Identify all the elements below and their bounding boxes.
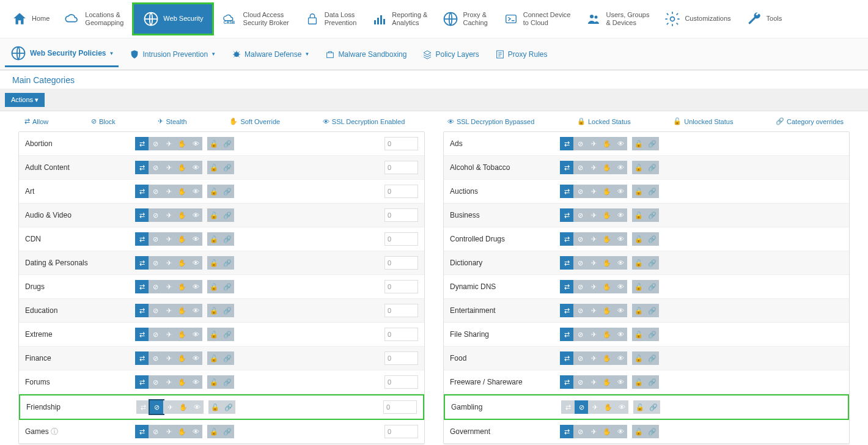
ssl-button[interactable]: 👁 (614, 425, 627, 438)
stealth-button[interactable]: ✈ (163, 400, 177, 414)
nav-users,[interactable]: Users, Groups& Devices (579, 7, 655, 31)
block-button[interactable]: ⊘ (149, 232, 162, 246)
override-button[interactable]: 🔗 (221, 280, 234, 293)
block-button[interactable]: ⊘ (573, 375, 587, 389)
ssl-button[interactable]: 👁 (189, 208, 202, 222)
ssl-button[interactable]: 👁 (614, 256, 627, 270)
block-button[interactable]: ⊘ (573, 161, 587, 174)
ssl-button[interactable]: 👁 (614, 328, 627, 341)
soft-override-button[interactable]: ✋ (600, 185, 614, 198)
subnav-malware-defense[interactable]: Malware Defense▼ (227, 46, 314, 63)
nav-tools[interactable]: Tools (740, 7, 789, 31)
unlock-button[interactable]: 🔓 (207, 232, 221, 246)
stealth-button[interactable]: ✈ (587, 208, 600, 222)
override-button[interactable]: 🔗 (221, 328, 234, 341)
ssl-button[interactable]: 👁 (614, 304, 627, 317)
unlock-button[interactable]: 🔓 (632, 304, 645, 317)
stealth-button[interactable]: ✈ (162, 425, 175, 438)
stealth-button[interactable]: ✈ (587, 161, 600, 174)
category-count-input[interactable] (384, 328, 418, 341)
stealth-button[interactable]: ✈ (162, 375, 175, 389)
unlock-button[interactable]: 🔓 (207, 161, 221, 174)
override-button[interactable]: 🔗 (221, 185, 234, 198)
stealth-button[interactable]: ✈ (162, 328, 175, 341)
stealth-button[interactable]: ✈ (162, 161, 175, 174)
block-button[interactable]: ⊘ (575, 400, 588, 414)
stealth-button[interactable]: ✈ (587, 304, 600, 317)
override-button[interactable]: 🔗 (645, 232, 659, 246)
ssl-button[interactable]: 👁 (189, 425, 202, 438)
allow-button[interactable]: ⇄ (560, 304, 573, 317)
category-count-input[interactable] (384, 208, 418, 222)
ssl-button[interactable]: 👁 (189, 375, 202, 389)
override-button[interactable]: 🔗 (645, 351, 659, 365)
info-icon[interactable]: ⓘ (51, 427, 58, 436)
category-count-input[interactable] (384, 280, 418, 293)
allow-button[interactable]: ⇄ (135, 256, 149, 270)
allow-button[interactable]: ⇄ (135, 208, 149, 222)
ssl-button[interactable]: 👁 (614, 232, 627, 246)
stealth-button[interactable]: ✈ (587, 256, 600, 270)
unlock-button[interactable]: 🔓 (207, 208, 221, 222)
block-button[interactable]: ⊘ (149, 256, 162, 270)
stealth-button[interactable]: ✈ (587, 280, 600, 293)
soft-override-button[interactable]: ✋ (175, 256, 189, 270)
ssl-button[interactable]: 👁 (189, 304, 202, 317)
allow-button[interactable]: ⇄ (135, 232, 149, 246)
stealth-button[interactable]: ✈ (587, 375, 600, 389)
block-button[interactable]: ⊘ (149, 375, 162, 389)
stealth-button[interactable]: ✈ (162, 137, 175, 150)
allow-button[interactable]: ⇄ (135, 328, 149, 341)
unlock-button[interactable]: 🔓 (207, 425, 221, 438)
unlock-button[interactable]: 🔓 (632, 280, 645, 293)
allow-button[interactable]: ⇄ (135, 375, 149, 389)
unlock-button[interactable]: 🔓 (632, 161, 645, 174)
override-button[interactable]: 🔗 (221, 425, 234, 438)
override-button[interactable]: 🔗 (645, 375, 659, 389)
nav-data[interactable]: Data LossPrevention (298, 7, 363, 31)
subnav-malware-sandboxing[interactable]: Malware Sandboxing (320, 46, 411, 63)
override-button[interactable]: 🔗 (645, 161, 659, 174)
soft-override-button[interactable]: ✋ (600, 161, 614, 174)
override-button[interactable]: 🔗 (645, 280, 659, 293)
nav-reporting[interactable]: Reporting &Analytics (365, 7, 433, 31)
unlock-button[interactable]: 🔓 (632, 256, 645, 270)
soft-override-button[interactable]: ✋ (175, 161, 189, 174)
category-count-input[interactable] (384, 425, 418, 438)
block-button[interactable]: ⊘ (149, 304, 162, 317)
ssl-button[interactable]: 👁 (614, 375, 627, 389)
unlock-button[interactable]: 🔓 (207, 375, 221, 389)
override-button[interactable]: 🔗 (645, 185, 659, 198)
ssl-button[interactable]: 👁 (614, 208, 627, 222)
soft-override-button[interactable]: ✋ (600, 280, 614, 293)
unlock-button[interactable]: 🔓 (207, 280, 221, 293)
soft-override-button[interactable]: ✋ (600, 328, 614, 341)
override-button[interactable]: 🔗 (645, 425, 659, 438)
stealth-button[interactable]: ✈ (587, 328, 600, 341)
unlock-button[interactable]: 🔓 (207, 185, 221, 198)
soft-override-button[interactable]: ✋ (175, 375, 189, 389)
nav-cloud[interactable]: CASBCloud AccessSecurity Broker (216, 7, 295, 31)
stealth-button[interactable]: ✈ (588, 400, 601, 414)
unlock-button[interactable]: 🔓 (632, 208, 645, 222)
ssl-button[interactable]: 👁 (614, 161, 627, 174)
soft-override-button[interactable]: ✋ (175, 185, 189, 198)
soft-override-button[interactable]: ✋ (600, 208, 614, 222)
override-button[interactable]: 🔗 (221, 256, 234, 270)
unlock-button[interactable]: 🔓 (632, 425, 645, 438)
ssl-button[interactable]: 👁 (189, 351, 202, 365)
allow-button[interactable]: ⇄ (560, 328, 573, 341)
nav-proxy[interactable]: Proxy &Caching (436, 7, 493, 31)
stealth-button[interactable]: ✈ (587, 351, 600, 365)
subnav-intrusion-prevention[interactable]: Intrusion Prevention▼ (125, 46, 221, 63)
nav-connect[interactable]: Connect Deviceto Cloud (496, 7, 577, 31)
soft-override-button[interactable]: ✋ (600, 232, 614, 246)
ssl-button[interactable]: 👁 (190, 400, 204, 414)
subnav-proxy-rules[interactable]: Proxy Rules (490, 46, 553, 63)
unlock-button[interactable]: 🔓 (632, 232, 645, 246)
allow-button[interactable]: ⇄ (135, 280, 149, 293)
category-count-input[interactable] (384, 185, 418, 198)
category-count-input[interactable] (384, 256, 418, 270)
override-button[interactable]: 🔗 (645, 256, 659, 270)
allow-button[interactable]: ⇄ (560, 375, 573, 389)
